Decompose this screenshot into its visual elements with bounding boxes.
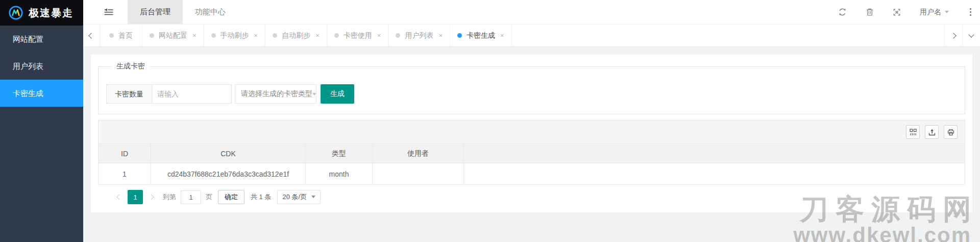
sidebar-item-card-generate[interactable]: 卡密生成 (0, 80, 83, 107)
tabs-scroll-right-button[interactable] (944, 25, 962, 46)
col-header-user: 使用者 (373, 144, 464, 163)
tab-dot-icon (211, 33, 216, 38)
col-header-type: 类型 (306, 144, 373, 163)
app-window: 极速暴走 网站配置 用户列表 卡密生成 后台管理 功能中心 (0, 0, 980, 242)
fullscreen-icon[interactable] (893, 8, 901, 16)
confirm-page-button[interactable]: 确定 (218, 190, 244, 204)
cell-type: month (306, 163, 373, 185)
chevron-left-icon (88, 33, 94, 38)
logo-block: 极速暴走 (0, 0, 83, 26)
page-tabbar: 首页 网站配置 × 手动刷步 × 自动刷步 × 卡密使用 × (83, 24, 980, 47)
total-count-label: 共 1 条 (251, 192, 271, 202)
close-icon[interactable]: × (377, 32, 381, 39)
tab-dot-icon (109, 33, 114, 38)
cell-filler (464, 163, 965, 185)
tab-manual-steps[interactable]: 手动刷步 × (204, 25, 266, 46)
chevron-down-icon (945, 11, 949, 15)
topbar-actions: 用户名 (838, 0, 980, 24)
card-type-select[interactable]: 请选择生成的卡密类型 (235, 84, 316, 104)
sidebar-item-user-list[interactable]: 用户列表 (0, 53, 83, 80)
tabs-scroll-left-button[interactable] (83, 25, 100, 46)
quantity-input[interactable] (152, 84, 232, 104)
prev-page-button[interactable] (112, 195, 127, 199)
close-icon[interactable]: × (438, 32, 443, 39)
sidebar-menu: 网站配置 用户列表 卡密生成 (0, 26, 83, 107)
quantity-input-group: 卡密数量 (106, 84, 232, 104)
col-header-id: ID (99, 144, 151, 163)
more-menu-icon[interactable] (968, 6, 973, 18)
col-header-cdk: CDK (151, 144, 306, 163)
print-icon[interactable] (944, 125, 958, 139)
chevron-right-icon (950, 33, 956, 38)
app-title: 极速暴走 (29, 6, 74, 20)
table-row[interactable]: 1 cd24b37f688c21eb76da3c3cad312e1f month (99, 163, 965, 185)
tabs-dropdown-button[interactable] (962, 25, 980, 46)
tabs-strip: 首页 网站配置 × 手动刷步 × 自动刷步 × 卡密使用 × (100, 25, 944, 46)
col-header-filler (464, 144, 965, 163)
tab-user-list[interactable]: 用户列表 × (388, 25, 450, 46)
tab-auto-steps[interactable]: 自动刷步 × (265, 25, 327, 46)
fieldset-legend: 生成卡密 (111, 62, 150, 71)
current-page-button[interactable]: 1 (128, 190, 143, 204)
clear-trash-icon[interactable] (866, 8, 874, 16)
user-menu[interactable]: 用户名 (920, 8, 949, 17)
sidebar-item-site-config[interactable]: 网站配置 (0, 26, 83, 53)
content-area: 生成卡密 卡密数量 请选择生成的卡密类型 生成 (83, 47, 980, 242)
goto-page-input[interactable] (181, 190, 201, 204)
cell-user (373, 163, 464, 185)
tab-dot-icon (457, 33, 462, 38)
cdk-table: ID CDK 类型 使用者 1 cd24b37f688c21eb76da3c3c… (98, 143, 965, 185)
topnav-tab-function-center[interactable]: 功能中心 (183, 0, 238, 24)
refresh-icon[interactable] (838, 8, 847, 16)
select-caret-icon (311, 196, 315, 200)
sidebar: 极速暴走 网站配置 用户列表 卡密生成 (0, 0, 83, 242)
table-header-row: ID CDK 类型 使用者 (99, 144, 965, 163)
close-icon[interactable]: × (500, 32, 504, 39)
username-label: 用户名 (920, 8, 941, 17)
select-caret-icon (312, 93, 316, 98)
tab-home[interactable]: 首页 (100, 25, 142, 46)
quantity-label: 卡密数量 (106, 84, 152, 104)
collapse-menu-icon[interactable] (89, 0, 128, 24)
cell-cdk: cd24b37f688c21eb76da3c3cad312e1f (151, 163, 306, 185)
tab-dot-icon (150, 33, 154, 38)
goto-suffix-label: 页 (206, 192, 212, 202)
close-icon[interactable]: × (192, 32, 197, 39)
tab-dot-icon (396, 33, 400, 38)
cell-id: 1 (99, 163, 151, 185)
close-icon[interactable]: × (254, 32, 258, 39)
table-toolbar (98, 120, 965, 143)
generate-form-row: 卡密数量 请选择生成的卡密类型 生成 (106, 84, 957, 104)
chevron-down-icon (968, 32, 974, 37)
topbar: 后台管理 功能中心 (83, 0, 980, 24)
filter-columns-icon[interactable] (906, 125, 920, 139)
close-icon[interactable]: × (315, 32, 320, 39)
next-page-button[interactable] (144, 195, 158, 199)
tab-dot-icon (334, 33, 339, 38)
pagination: 1 到第 页 确定 共 1 条 20 条/页 (98, 189, 965, 205)
tab-card-generate[interactable]: 卡密生成 × (450, 25, 512, 46)
tab-site-config[interactable]: 网站配置 × (142, 25, 204, 46)
app-logo-icon (8, 5, 23, 20)
goto-prefix-label: 到第 (163, 192, 176, 202)
export-icon[interactable] (925, 125, 939, 139)
card-generate-panel: 生成卡密 卡密数量 请选择生成的卡密类型 生成 (91, 55, 972, 212)
tab-card-usage[interactable]: 卡密使用 × (327, 25, 389, 46)
generate-button[interactable]: 生成 (321, 84, 354, 104)
topnav-tab-admin[interactable]: 后台管理 (128, 0, 183, 24)
page-size-select[interactable]: 20 条/页 (277, 190, 321, 204)
generate-fieldset: 生成卡密 卡密数量 请选择生成的卡密类型 生成 (98, 62, 965, 114)
tab-dot-icon (273, 33, 277, 38)
